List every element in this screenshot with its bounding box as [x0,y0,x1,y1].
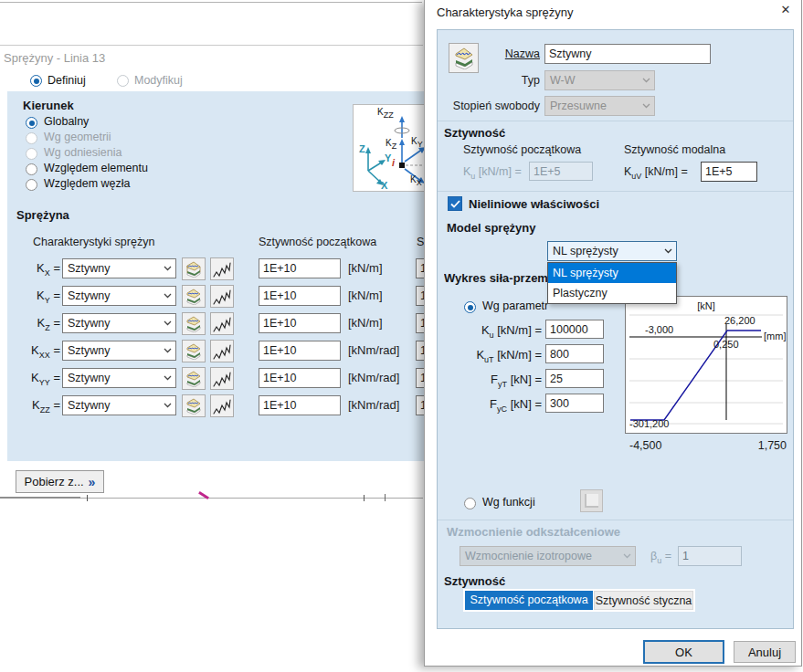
radio-globalny[interactable] [26,117,37,129]
spring-button[interactable] [210,257,234,280]
radio-wzgledem-elementu[interactable] [26,163,37,175]
radio-modyfikuj-label: Modyfikuj [134,74,183,87]
model-combo[interactable]: NL sprężysty [547,241,677,261]
nonlinear-checkbox[interactable] [448,196,462,211]
chevron-down-icon [623,553,631,559]
stiffness-input[interactable] [259,258,341,278]
spring-button[interactable] [210,285,234,308]
dropdown-option[interactable]: NL sprężysty [548,263,676,283]
hardening-combo[interactable]: Wzmocnienie izotropowe [460,546,636,566]
function-icon [585,494,598,508]
model-view-line-thick [0,497,80,499]
stiffness-input[interactable] [259,286,341,306]
spring-row-label: KZ = [24,316,60,332]
radio-modyfikuj[interactable] [117,75,129,87]
param-input[interactable] [545,394,604,413]
chart-plot [626,297,787,433]
radio-wg-funkcji[interactable] [464,498,476,509]
stiffness-input[interactable] [259,368,341,388]
initial-stiffness-column-header: Sztywność początkowa [259,236,376,248]
chart-x-max: 1,750 [726,439,787,452]
radio-dot [468,305,473,310]
force-displacement-chart: [kN] [mm] -3,000 26,200 0,250 -301,200 [625,296,787,434]
tab-tangent-stiffness[interactable]: Sztywność styczna [594,591,693,610]
spring-icon [212,259,232,279]
spring-model-combo[interactable]: Sztywny [62,313,176,333]
spring-model-combo[interactable]: Sztywny [62,341,176,361]
dropdown-option[interactable]: Plastyczny [548,283,676,303]
material-button[interactable] [182,257,206,280]
unit-label: [kN/m] [348,316,383,330]
tab-initial-stiffness[interactable]: Sztywność początkowa [465,591,593,610]
chart-label-neg-x: -3,000 [645,324,673,335]
sprezyna-heading: Sprężyna [16,208,69,222]
dof-combo[interactable]: Przesuwne [544,96,655,116]
layered-slab-icon [452,47,476,69]
param-input[interactable] [545,320,604,339]
unit-label: [kNm/rad] [348,371,399,384]
beta-label: βu = [650,550,671,565]
spring-icon [212,369,232,389]
close-icon[interactable]: ✕ [777,3,794,19]
spring-model-combo[interactable]: Sztywny [62,368,176,388]
chevron-down-icon [164,293,172,299]
material-button[interactable] [182,394,206,417]
pobierz-z-button[interactable]: Pobierz z... » [16,470,104,493]
spring-button[interactable] [210,340,234,362]
radio-dot [34,79,39,84]
radio-wg-geometrii[interactable] [26,132,37,144]
toolbar-divider-bottom [0,45,423,46]
beta-input[interactable] [678,546,742,566]
unit-label: [kNm/rad] [348,343,399,357]
spring-icon [212,287,232,307]
spring-characteristics-dialog: Charakterystyka sprężyny ✕ Nazwa Typ W-W… [424,0,802,667]
initial-stiffness-input[interactable] [529,162,593,181]
kierunek-heading: Kierunek [23,99,74,112]
stiffness-input[interactable] [259,341,341,361]
chevron-down-icon [164,403,172,408]
layered-slab-icon [185,398,203,415]
chevron-down-icon [164,348,172,353]
spring-model-combo[interactable]: Sztywny [62,258,176,278]
spring-button[interactable] [210,367,234,390]
spring-row-label: KZZ = [24,398,60,415]
material-button[interactable] [182,312,206,335]
axis-kzz-label: KZZ [377,107,394,120]
background-window: Sprężyny - Linia 13 Definiuj Modyfikuj K… [0,0,426,672]
spring-model-combo[interactable]: Sztywny [62,395,176,415]
stiffness-input[interactable] [259,313,341,333]
spring-type-button[interactable] [449,43,479,73]
divider [438,191,793,192]
spring-button[interactable] [210,312,234,335]
material-button[interactable] [182,367,206,390]
name-input[interactable] [544,44,711,64]
axis-ky-label: KY [411,136,423,149]
type-combo[interactable]: W-W [544,70,655,90]
function-button-disabled[interactable] [580,489,603,512]
radio-wzgledem-wezla[interactable] [26,179,37,191]
unit-label: [kN/m] [348,289,383,302]
cancel-button[interactable]: Anuluj [734,641,796,663]
ok-button[interactable]: OK [643,640,724,664]
radio-wg-parametr[interactable] [464,301,476,313]
radio-wg-odniesienia[interactable] [26,148,37,160]
stiffness-input[interactable] [259,395,341,415]
radio-wg-funkcji-label: Wg funkcji [482,496,535,509]
nonlinear-label: Nieliniowe właściwości [469,197,599,211]
param-input[interactable] [545,344,604,363]
modal-stiffness-input[interactable] [701,162,757,182]
spring-model-combo[interactable]: Sztywny [62,286,176,306]
radio-definiuj[interactable] [30,75,42,87]
param-input[interactable] [545,369,604,388]
material-button[interactable] [182,340,206,362]
material-button[interactable] [182,285,206,308]
spring-button[interactable] [210,394,234,417]
stiffness-tabs-heading: Sztywność [444,574,505,588]
initial-stiffness-label: Ku [kN/m] = [463,165,522,181]
radio-globalny-label: Globalny [44,115,89,128]
spring-row-label: KY = [24,289,60,305]
layered-slab-icon [185,316,203,332]
double-chevron-right-icon: » [89,475,96,489]
chart-x-min: -4,500 [629,439,661,452]
spring-row: KZ = Sztywny [kN/m] [0,313,426,337]
